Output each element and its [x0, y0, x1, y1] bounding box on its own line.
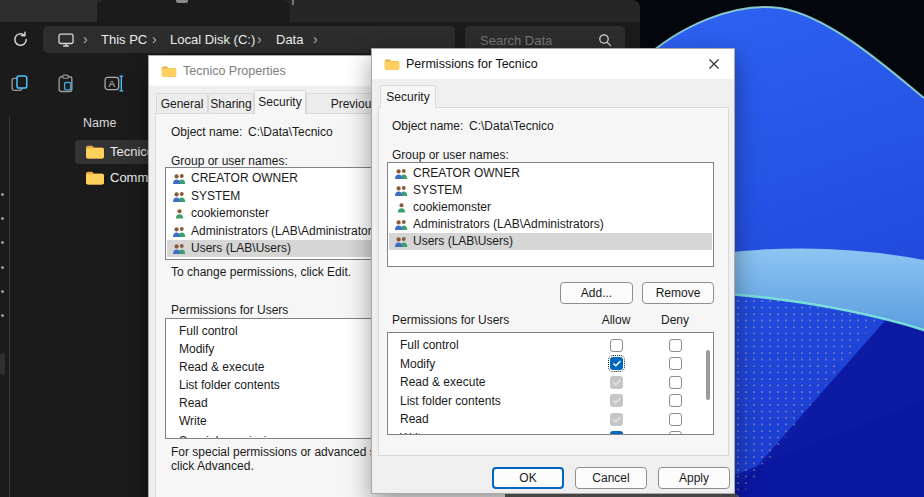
tab-bar-left-segment	[0, 0, 97, 22]
user-icon	[173, 208, 186, 219]
group-user-label: Group or user names:	[171, 154, 288, 168]
user-name: Administrators (LAB\Administrators)	[413, 216, 604, 233]
user-name: cookiemonster	[413, 199, 491, 216]
permission-name[interactable]: Read	[179, 394, 208, 412]
group-icon	[394, 185, 408, 196]
permission-name[interactable]: Full control	[179, 322, 238, 340]
group-user-label: Group or user names:	[392, 148, 509, 162]
deny-header: Deny	[653, 313, 697, 327]
ok-button[interactable]: OK	[492, 467, 564, 489]
tab-general[interactable]: General	[156, 93, 208, 113]
dialog-title-bar: Permissions for Tecnico	[372, 49, 734, 79]
user-name: CREATOR OWNER	[191, 170, 298, 187]
list-item[interactable]: CREATOR OWNER	[389, 165, 712, 182]
deny-checkbox[interactable]	[669, 376, 682, 389]
permission-checkbox-list: Full control Modify Read & execute	[387, 332, 714, 435]
list-item[interactable]: Administrators (LAB\Administrators)	[389, 216, 712, 233]
nav-tree-dot	[1, 193, 4, 196]
cancel-button[interactable]: Cancel	[575, 467, 647, 489]
folder-icon	[161, 65, 177, 78]
rename-icon[interactable]: A	[104, 74, 125, 93]
allow-checkbox-inherited[interactable]	[610, 394, 623, 407]
breadcrumb-item-this-pc[interactable]: This PC	[101, 26, 147, 53]
tab-security[interactable]: Security	[380, 85, 436, 108]
deny-checkbox[interactable]	[669, 357, 682, 370]
object-name-label: Object name:	[392, 119, 463, 133]
deny-checkbox[interactable]	[669, 394, 682, 407]
breadcrumb-item-local-disk[interactable]: Local Disk (C:)	[170, 26, 255, 53]
permission-name: Read	[400, 410, 429, 429]
nav-selected-item-edge	[0, 353, 5, 375]
list-item[interactable]: cookiemonster	[389, 199, 712, 216]
tab-sharing[interactable]: Sharing	[208, 93, 254, 113]
tab-security[interactable]: Security	[254, 90, 306, 114]
breadcrumb-item-data[interactable]: Data	[276, 26, 303, 53]
group-icon	[172, 226, 186, 237]
pane-divider[interactable]	[9, 116, 10, 497]
refresh-icon[interactable]	[12, 31, 29, 48]
chevron-right-icon[interactable]: ›	[152, 26, 157, 52]
dialog-title: Permissions for Tecnico	[406, 49, 538, 79]
new-tab-icon[interactable]	[292, 0, 294, 5]
chevron-right-icon[interactable]: ›	[83, 26, 88, 52]
permissions-for-label: Permissions for Users	[392, 313, 509, 327]
group-user-list: CREATOR OWNER SYSTEM cookiemonster Admin…	[387, 162, 714, 267]
folder-icon	[85, 170, 105, 186]
column-header-name[interactable]: Name	[83, 116, 116, 130]
permission-name[interactable]: Special permissions	[179, 432, 286, 439]
scrollbar-thumb[interactable]	[706, 350, 710, 400]
close-icon[interactable]	[699, 53, 729, 75]
permission-name[interactable]: List folder contents	[179, 376, 280, 394]
permissions-dialog: Permissions for Tecnico Security Object …	[371, 48, 735, 494]
nav-tree-dot	[1, 266, 4, 269]
permission-row: Full control	[388, 336, 713, 355]
permission-name[interactable]: Write	[179, 412, 207, 430]
group-icon	[394, 219, 408, 230]
group-icon	[172, 173, 186, 184]
user-name: CREATOR OWNER	[413, 165, 520, 182]
deny-checkbox[interactable]	[669, 339, 682, 352]
list-item[interactable]: SYSTEM	[389, 182, 712, 199]
allow-checkbox-inherited[interactable]	[610, 376, 623, 389]
permission-name[interactable]: Read & execute	[179, 358, 264, 376]
screen: › This PC › Local Disk (C:) › Data ›	[0, 0, 924, 497]
add-button[interactable]: Add...	[560, 282, 633, 304]
permissions-label: Permissions for Users	[171, 303, 288, 317]
chevron-right-icon[interactable]: ›	[313, 26, 318, 52]
permission-name[interactable]: Modify	[179, 340, 214, 358]
group-icon	[394, 236, 408, 247]
explorer-tab-bar	[0, 0, 640, 22]
user-name: SYSTEM	[191, 188, 240, 205]
edit-hint: To change permissions, click Edit.	[171, 265, 351, 279]
permission-name: Modify	[400, 355, 435, 374]
chevron-right-icon[interactable]: ›	[257, 26, 262, 52]
allow-checkbox-checked[interactable]	[610, 357, 623, 370]
allow-header: Allow	[594, 313, 638, 327]
advanced-hint-line2: click Advanced.	[171, 459, 254, 473]
allow-checkbox-checked[interactable]	[610, 431, 623, 435]
search-icon[interactable]	[598, 33, 612, 47]
monitor-icon[interactable]	[58, 33, 74, 47]
object-name-value: C:\Data\Tecnico	[469, 119, 554, 133]
user-name: Users (LAB\Users)	[191, 240, 291, 257]
permission-name: List folder contents	[400, 392, 501, 411]
permission-row: Write	[388, 429, 713, 436]
remove-button[interactable]: Remove	[642, 282, 714, 304]
permission-name: Full control	[400, 336, 459, 355]
copy-icon[interactable]	[10, 74, 29, 93]
deny-checkbox[interactable]	[669, 413, 682, 426]
explorer-tab[interactable]	[97, 0, 290, 22]
paste-icon[interactable]	[56, 74, 75, 93]
user-name: Administrators (LAB\Administrators)	[191, 223, 382, 240]
nav-tree-dot	[1, 217, 4, 220]
user-name: cookiemonster	[191, 205, 269, 222]
list-item-selected[interactable]: Users (LAB\Users)	[389, 233, 712, 250]
allow-checkbox-inherited[interactable]	[610, 413, 623, 426]
allow-checkbox[interactable]	[610, 339, 623, 352]
nav-tree-dot	[1, 314, 4, 317]
deny-checkbox[interactable]	[669, 431, 682, 435]
object-name-label: Object name:	[171, 125, 242, 139]
user-name: Users (LAB\Users)	[413, 233, 513, 250]
apply-button[interactable]: Apply	[658, 467, 730, 489]
tab-icon	[176, 0, 188, 3]
